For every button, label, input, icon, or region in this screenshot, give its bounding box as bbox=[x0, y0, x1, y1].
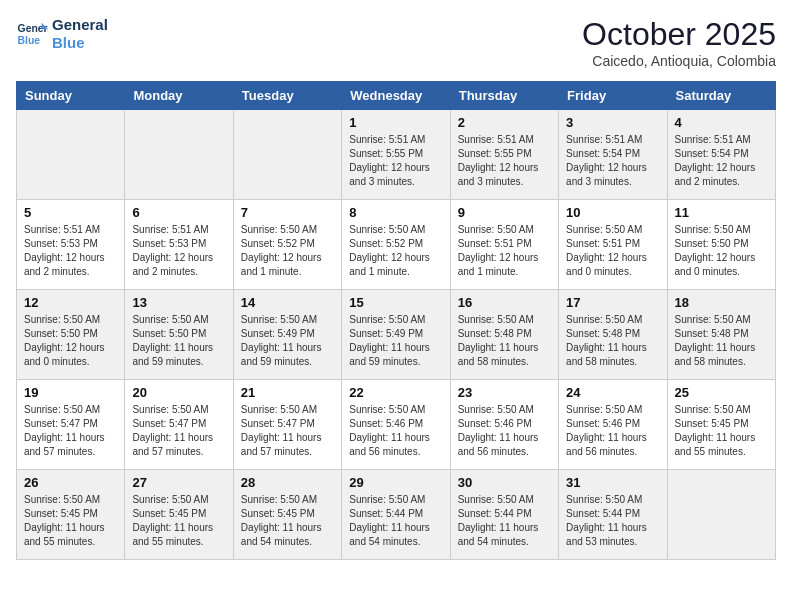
calendar-cell: 18Sunrise: 5:50 AM Sunset: 5:48 PM Dayli… bbox=[667, 290, 775, 380]
day-number: 22 bbox=[349, 385, 442, 400]
calendar-week-row: 1Sunrise: 5:51 AM Sunset: 5:55 PM Daylig… bbox=[17, 110, 776, 200]
calendar-cell: 1Sunrise: 5:51 AM Sunset: 5:55 PM Daylig… bbox=[342, 110, 450, 200]
calendar-week-row: 5Sunrise: 5:51 AM Sunset: 5:53 PM Daylig… bbox=[17, 200, 776, 290]
svg-text:Blue: Blue bbox=[18, 35, 41, 46]
day-number: 6 bbox=[132, 205, 225, 220]
day-info: Sunrise: 5:50 AM Sunset: 5:50 PM Dayligh… bbox=[132, 313, 225, 369]
day-info: Sunrise: 5:50 AM Sunset: 5:49 PM Dayligh… bbox=[241, 313, 334, 369]
day-number: 12 bbox=[24, 295, 117, 310]
calendar-cell: 4Sunrise: 5:51 AM Sunset: 5:54 PM Daylig… bbox=[667, 110, 775, 200]
col-header-tuesday: Tuesday bbox=[233, 82, 341, 110]
col-header-sunday: Sunday bbox=[17, 82, 125, 110]
day-info: Sunrise: 5:50 AM Sunset: 5:45 PM Dayligh… bbox=[132, 493, 225, 549]
col-header-thursday: Thursday bbox=[450, 82, 558, 110]
day-info: Sunrise: 5:50 AM Sunset: 5:47 PM Dayligh… bbox=[132, 403, 225, 459]
calendar-cell: 5Sunrise: 5:51 AM Sunset: 5:53 PM Daylig… bbox=[17, 200, 125, 290]
day-number: 9 bbox=[458, 205, 551, 220]
day-info: Sunrise: 5:50 AM Sunset: 5:48 PM Dayligh… bbox=[458, 313, 551, 369]
day-number: 11 bbox=[675, 205, 768, 220]
day-number: 26 bbox=[24, 475, 117, 490]
day-number: 24 bbox=[566, 385, 659, 400]
day-number: 29 bbox=[349, 475, 442, 490]
location-subtitle: Caicedo, Antioquia, Colombia bbox=[582, 53, 776, 69]
calendar-cell: 26Sunrise: 5:50 AM Sunset: 5:45 PM Dayli… bbox=[17, 470, 125, 560]
logo: General Blue General Blue bbox=[16, 16, 108, 52]
calendar-cell: 3Sunrise: 5:51 AM Sunset: 5:54 PM Daylig… bbox=[559, 110, 667, 200]
page-header: General Blue General Blue October 2025 C… bbox=[16, 16, 776, 69]
day-number: 16 bbox=[458, 295, 551, 310]
calendar-cell: 24Sunrise: 5:50 AM Sunset: 5:46 PM Dayli… bbox=[559, 380, 667, 470]
title-block: October 2025 Caicedo, Antioquia, Colombi… bbox=[582, 16, 776, 69]
day-info: Sunrise: 5:50 AM Sunset: 5:46 PM Dayligh… bbox=[349, 403, 442, 459]
day-info: Sunrise: 5:50 AM Sunset: 5:44 PM Dayligh… bbox=[349, 493, 442, 549]
calendar-cell: 12Sunrise: 5:50 AM Sunset: 5:50 PM Dayli… bbox=[17, 290, 125, 380]
day-number: 3 bbox=[566, 115, 659, 130]
calendar-cell: 27Sunrise: 5:50 AM Sunset: 5:45 PM Dayli… bbox=[125, 470, 233, 560]
calendar-cell: 25Sunrise: 5:50 AM Sunset: 5:45 PM Dayli… bbox=[667, 380, 775, 470]
day-number: 15 bbox=[349, 295, 442, 310]
calendar-cell: 28Sunrise: 5:50 AM Sunset: 5:45 PM Dayli… bbox=[233, 470, 341, 560]
col-header-monday: Monday bbox=[125, 82, 233, 110]
day-number: 23 bbox=[458, 385, 551, 400]
day-number: 19 bbox=[24, 385, 117, 400]
day-info: Sunrise: 5:51 AM Sunset: 5:55 PM Dayligh… bbox=[458, 133, 551, 189]
day-info: Sunrise: 5:50 AM Sunset: 5:47 PM Dayligh… bbox=[24, 403, 117, 459]
day-info: Sunrise: 5:51 AM Sunset: 5:54 PM Dayligh… bbox=[675, 133, 768, 189]
day-number: 28 bbox=[241, 475, 334, 490]
calendar-cell: 21Sunrise: 5:50 AM Sunset: 5:47 PM Dayli… bbox=[233, 380, 341, 470]
day-number: 2 bbox=[458, 115, 551, 130]
calendar-cell: 15Sunrise: 5:50 AM Sunset: 5:49 PM Dayli… bbox=[342, 290, 450, 380]
calendar-cell: 29Sunrise: 5:50 AM Sunset: 5:44 PM Dayli… bbox=[342, 470, 450, 560]
calendar-cell bbox=[17, 110, 125, 200]
calendar-cell: 8Sunrise: 5:50 AM Sunset: 5:52 PM Daylig… bbox=[342, 200, 450, 290]
day-info: Sunrise: 5:50 AM Sunset: 5:52 PM Dayligh… bbox=[241, 223, 334, 279]
day-info: Sunrise: 5:50 AM Sunset: 5:51 PM Dayligh… bbox=[458, 223, 551, 279]
calendar-cell: 30Sunrise: 5:50 AM Sunset: 5:44 PM Dayli… bbox=[450, 470, 558, 560]
calendar-cell bbox=[667, 470, 775, 560]
day-info: Sunrise: 5:51 AM Sunset: 5:53 PM Dayligh… bbox=[132, 223, 225, 279]
col-header-saturday: Saturday bbox=[667, 82, 775, 110]
calendar-table: SundayMondayTuesdayWednesdayThursdayFrid… bbox=[16, 81, 776, 560]
calendar-cell bbox=[125, 110, 233, 200]
day-number: 10 bbox=[566, 205, 659, 220]
col-header-friday: Friday bbox=[559, 82, 667, 110]
calendar-cell: 14Sunrise: 5:50 AM Sunset: 5:49 PM Dayli… bbox=[233, 290, 341, 380]
day-info: Sunrise: 5:50 AM Sunset: 5:52 PM Dayligh… bbox=[349, 223, 442, 279]
day-number: 1 bbox=[349, 115, 442, 130]
day-info: Sunrise: 5:50 AM Sunset: 5:50 PM Dayligh… bbox=[24, 313, 117, 369]
day-info: Sunrise: 5:50 AM Sunset: 5:44 PM Dayligh… bbox=[458, 493, 551, 549]
calendar-week-row: 26Sunrise: 5:50 AM Sunset: 5:45 PM Dayli… bbox=[17, 470, 776, 560]
day-number: 8 bbox=[349, 205, 442, 220]
logo-icon: General Blue bbox=[16, 18, 48, 50]
day-info: Sunrise: 5:51 AM Sunset: 5:53 PM Dayligh… bbox=[24, 223, 117, 279]
day-info: Sunrise: 5:50 AM Sunset: 5:45 PM Dayligh… bbox=[675, 403, 768, 459]
day-info: Sunrise: 5:51 AM Sunset: 5:55 PM Dayligh… bbox=[349, 133, 442, 189]
day-info: Sunrise: 5:50 AM Sunset: 5:47 PM Dayligh… bbox=[241, 403, 334, 459]
calendar-cell: 9Sunrise: 5:50 AM Sunset: 5:51 PM Daylig… bbox=[450, 200, 558, 290]
day-info: Sunrise: 5:50 AM Sunset: 5:46 PM Dayligh… bbox=[566, 403, 659, 459]
calendar-cell: 2Sunrise: 5:51 AM Sunset: 5:55 PM Daylig… bbox=[450, 110, 558, 200]
day-number: 5 bbox=[24, 205, 117, 220]
day-info: Sunrise: 5:50 AM Sunset: 5:46 PM Dayligh… bbox=[458, 403, 551, 459]
day-number: 4 bbox=[675, 115, 768, 130]
calendar-header-row: SundayMondayTuesdayWednesdayThursdayFrid… bbox=[17, 82, 776, 110]
calendar-cell: 13Sunrise: 5:50 AM Sunset: 5:50 PM Dayli… bbox=[125, 290, 233, 380]
day-info: Sunrise: 5:50 AM Sunset: 5:51 PM Dayligh… bbox=[566, 223, 659, 279]
day-number: 17 bbox=[566, 295, 659, 310]
day-info: Sunrise: 5:50 AM Sunset: 5:45 PM Dayligh… bbox=[24, 493, 117, 549]
day-info: Sunrise: 5:50 AM Sunset: 5:44 PM Dayligh… bbox=[566, 493, 659, 549]
calendar-cell: 22Sunrise: 5:50 AM Sunset: 5:46 PM Dayli… bbox=[342, 380, 450, 470]
day-number: 14 bbox=[241, 295, 334, 310]
calendar-cell bbox=[233, 110, 341, 200]
calendar-cell: 31Sunrise: 5:50 AM Sunset: 5:44 PM Dayli… bbox=[559, 470, 667, 560]
day-info: Sunrise: 5:50 AM Sunset: 5:48 PM Dayligh… bbox=[675, 313, 768, 369]
calendar-cell: 6Sunrise: 5:51 AM Sunset: 5:53 PM Daylig… bbox=[125, 200, 233, 290]
calendar-cell: 10Sunrise: 5:50 AM Sunset: 5:51 PM Dayli… bbox=[559, 200, 667, 290]
day-number: 13 bbox=[132, 295, 225, 310]
day-info: Sunrise: 5:50 AM Sunset: 5:49 PM Dayligh… bbox=[349, 313, 442, 369]
calendar-cell: 7Sunrise: 5:50 AM Sunset: 5:52 PM Daylig… bbox=[233, 200, 341, 290]
month-title: October 2025 bbox=[582, 16, 776, 53]
calendar-week-row: 12Sunrise: 5:50 AM Sunset: 5:50 PM Dayli… bbox=[17, 290, 776, 380]
calendar-week-row: 19Sunrise: 5:50 AM Sunset: 5:47 PM Dayli… bbox=[17, 380, 776, 470]
calendar-cell: 19Sunrise: 5:50 AM Sunset: 5:47 PM Dayli… bbox=[17, 380, 125, 470]
